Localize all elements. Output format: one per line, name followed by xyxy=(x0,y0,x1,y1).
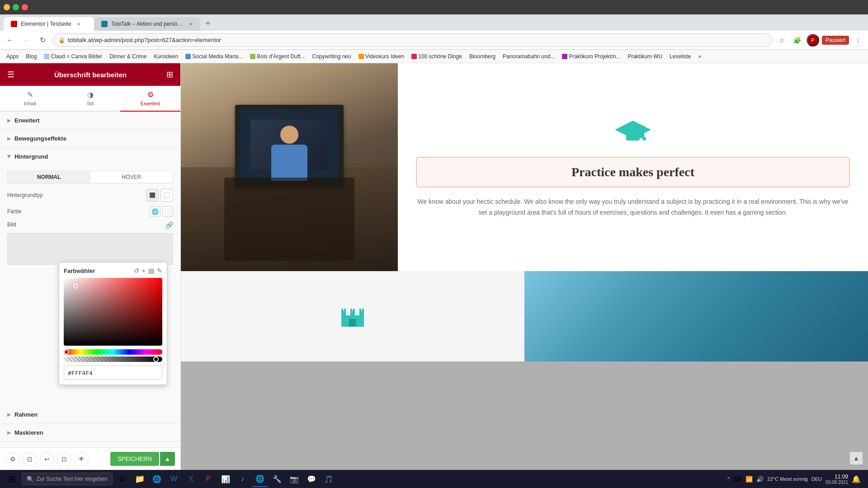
new-tab-btn[interactable]: + xyxy=(202,17,214,30)
color-gradient[interactable] xyxy=(64,278,162,346)
tab-inhalt[interactable]: ✎ Inhalt xyxy=(0,86,60,111)
scroll-up-btn[interactable]: ▲ xyxy=(850,452,863,465)
section-rahmen[interactable]: ▶ Rahmen xyxy=(0,406,180,424)
history-btn[interactable]: ↩ xyxy=(40,452,54,466)
browser-tab-inactive[interactable]: TobiTalk – Aktien und persönlich... ✕ xyxy=(94,17,200,31)
systray-arrow[interactable]: ^ xyxy=(727,476,730,482)
window-btn-close[interactable] xyxy=(22,4,28,10)
taskbar-edge[interactable]: 🌐 xyxy=(149,471,165,487)
user-profile-btn[interactable]: P xyxy=(807,34,819,47)
bookmark-100[interactable]: 100 schöne Dinge xyxy=(409,52,465,61)
extensions-btn[interactable]: 🧩 xyxy=(791,34,804,47)
color-swatch-farbe[interactable] xyxy=(162,206,173,217)
bild-icon[interactable]: 🔗 xyxy=(165,221,173,229)
section-hintergrund-header[interactable]: ▶ Hintergrund xyxy=(0,148,180,165)
type-controls xyxy=(146,189,173,202)
grid-icon[interactable]: ⊞ xyxy=(166,70,173,80)
tab-close-btn[interactable]: ✕ xyxy=(77,22,80,27)
state-tab-normal[interactable]: NORMAL xyxy=(8,171,90,183)
bookmark-bois[interactable]: Bois d'Argent Duft... xyxy=(247,52,307,61)
svg-point-4 xyxy=(642,137,646,141)
bookmark-btn[interactable]: ☆ xyxy=(776,34,788,47)
bookmarks-more[interactable]: » xyxy=(695,52,704,61)
bookmark-panorama[interactable]: Panoramabahn und... xyxy=(500,52,557,61)
start-button[interactable]: ⊞ xyxy=(4,471,20,487)
bookmark-praktikum2[interactable]: Praktikum WU xyxy=(625,52,665,61)
tab-erweitert[interactable]: ⚙ Erweitert xyxy=(120,86,180,112)
taskbar-word[interactable]: W xyxy=(166,471,182,487)
window-btn-minimize[interactable] xyxy=(4,4,10,10)
preview-section-2 xyxy=(181,271,868,361)
taskbar-search-icon: 🔍 xyxy=(27,476,34,483)
menu-btn[interactable]: ⋮ xyxy=(852,34,864,47)
bookmark-apps[interactable]: Apps xyxy=(4,52,21,61)
tab-favicon-2 xyxy=(101,21,108,27)
taskbar-search-bar[interactable]: 🔍 Zur Suche Text hier eingeben xyxy=(22,473,113,485)
hue-slider[interactable] xyxy=(64,349,162,355)
svg-rect-13 xyxy=(353,309,355,312)
bookmark-bloomberg[interactable]: Bloomberg xyxy=(467,52,498,61)
color-edit-btn[interactable]: ✎ xyxy=(157,267,162,274)
settings-btn[interactable]: ⚙ xyxy=(5,452,20,466)
type-btn-solid[interactable] xyxy=(146,189,159,202)
responsive-btn[interactable]: ⊡ xyxy=(57,452,71,466)
notification-btn[interactable]: 🔔 xyxy=(852,475,861,483)
sidebar-bottom-toolbar: ⚙ ⊡ ↩ ⊡ 👁 SPEICHERN ▲ xyxy=(0,447,180,470)
taskbar-app11[interactable]: 🎵 xyxy=(321,471,337,487)
canvas-area: Practice makes perfect We know about you… xyxy=(181,63,868,470)
preview-btn[interactable]: 👁 xyxy=(74,452,89,466)
bookmark-praktikum1[interactable]: Praktikum Projektm... xyxy=(559,52,623,61)
bookmark-kursideen[interactable]: Kursideen xyxy=(151,52,181,61)
back-btn[interactable]: ← xyxy=(4,34,16,47)
taskbar-spotify[interactable]: ♪ xyxy=(235,471,251,487)
browser-tab-active[interactable]: Elementor | Testseite ✕ xyxy=(4,17,94,31)
volume-icon[interactable]: 🔊 xyxy=(756,476,764,483)
forward-btn[interactable]: → xyxy=(20,34,33,47)
taskbar-explorer[interactable]: 📁 xyxy=(132,471,148,487)
taskbar-excel[interactable]: X xyxy=(183,471,199,487)
opacity-slider[interactable] xyxy=(64,357,162,362)
color-reset-btn[interactable]: ↺ xyxy=(134,267,139,274)
bookmark-canva[interactable]: Claud = Canva Bilder xyxy=(41,52,105,61)
globe-icon[interactable]: 🌐 xyxy=(150,206,160,217)
window-btn-maximize[interactable] xyxy=(13,4,19,10)
taskbar-search-text: Zur Suche Text hier eingeben xyxy=(37,476,108,482)
hex-input[interactable] xyxy=(64,366,162,380)
state-tab-hover[interactable]: HOVER xyxy=(90,171,173,183)
bookmark-video[interactable]: Videokurs Ideen xyxy=(356,52,407,61)
nav-actions: ☆ 🧩 P Pausiert ⋮ xyxy=(776,34,864,47)
preview-bottom-left xyxy=(181,271,524,361)
taskbar-app10[interactable]: 💬 xyxy=(303,471,320,487)
section-rahmen-label: Rahmen xyxy=(14,411,38,418)
bookmark-dinner[interactable]: Dinner & Crime xyxy=(107,52,149,61)
save-arrow-btn[interactable]: ▲ xyxy=(160,452,175,466)
section-erweitert[interactable]: ▶ Erweitert xyxy=(0,112,180,130)
bookmark-copy[interactable]: Copywriting neu xyxy=(310,52,354,61)
hamburger-icon[interactable]: ☰ xyxy=(7,70,14,80)
structure-btn[interactable]: ⊡ xyxy=(23,452,37,466)
preview-right: Practice makes perfect We know about you… xyxy=(398,63,868,271)
taskbar-chrome[interactable]: 🌐 xyxy=(252,471,268,487)
tab-stil[interactable]: ◑ Stil xyxy=(60,86,120,111)
address-bar[interactable]: 🔒 tobitalk.at/wp-admin/post.php?post=627… xyxy=(52,33,772,47)
section-bewegung[interactable]: ▶ Bewegungseffekte xyxy=(0,130,180,148)
taskbar-app5[interactable]: 📊 xyxy=(217,471,234,487)
reload-btn[interactable]: ↻ xyxy=(36,34,49,47)
bookmark-social[interactable]: Social Media Mana... xyxy=(183,52,245,61)
systray-clock[interactable]: 11:09 03.08.2021 xyxy=(826,474,848,485)
taskbar-app9[interactable]: 📷 xyxy=(286,471,302,487)
network-icon[interactable]: 📶 xyxy=(745,476,753,483)
color-add-btn[interactable]: + xyxy=(142,267,146,274)
tab-close-btn-2[interactable]: ✕ xyxy=(189,22,193,27)
color-list-btn[interactable]: ▤ xyxy=(148,267,154,274)
bookmark-lese[interactable]: Leseliste xyxy=(667,52,693,61)
save-btn[interactable]: SPEICHERN xyxy=(110,452,159,466)
taskbar-app8[interactable]: 🔧 xyxy=(269,471,285,487)
pause-btn[interactable]: Pausiert xyxy=(822,36,849,45)
type-btn-none[interactable] xyxy=(160,189,173,202)
section-maskieren[interactable]: ▶ Maskieren xyxy=(0,424,180,442)
bookmark-blog[interactable]: Blog xyxy=(23,52,39,61)
taskbar-task-view[interactable]: ⧉ xyxy=(114,471,131,487)
lang-icon[interactable]: ⌨ xyxy=(733,476,742,483)
taskbar-powerpoint[interactable]: P xyxy=(200,471,217,487)
